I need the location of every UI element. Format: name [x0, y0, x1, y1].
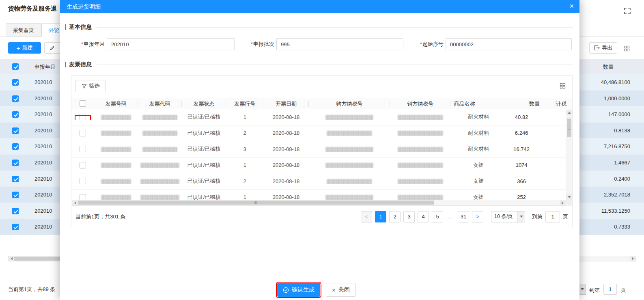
- row-checkbox[interactable]: [80, 114, 86, 120]
- cell-quantity: 11,533.1250: [601, 203, 630, 219]
- goto-page-input[interactable]: [603, 284, 617, 295]
- column-settings-icon[interactable]: [560, 83, 566, 89]
- cell-declare-month: 202010: [34, 203, 52, 219]
- column-header-invoice-code: 发票代码: [138, 98, 182, 109]
- horizontal-scrollbar[interactable]: [72, 200, 566, 206]
- row-checkbox[interactable]: [12, 111, 19, 118]
- row-checkbox[interactable]: [80, 146, 86, 152]
- cell-issue-date: 2020-08-18: [263, 162, 309, 168]
- checkbox-cell: [71, 130, 94, 136]
- column-header-issue-date: 开票日期: [263, 98, 309, 109]
- cell-invoice-number: [94, 178, 138, 184]
- cell-invoice-number: [94, 162, 138, 168]
- declare-month-input[interactable]: [107, 38, 235, 50]
- header-checkbox-cell: [71, 98, 94, 109]
- redacted-invoice-code: [140, 163, 179, 168]
- section-invoice-info: 发票信息: [65, 61, 573, 68]
- scroll-left-arrow[interactable]: [72, 200, 78, 205]
- pagination-page-1[interactable]: 1: [375, 211, 386, 222]
- row-checkbox[interactable]: [12, 176, 19, 182]
- cell-invoice-code: [138, 146, 182, 152]
- goto-page-input[interactable]: [545, 211, 560, 222]
- cell-buyer-tax-no: [309, 178, 390, 184]
- vertical-scrollbar[interactable]: [566, 110, 572, 200]
- pagination-page-3[interactable]: 3: [403, 211, 415, 222]
- redacted-invoice-code: [140, 195, 179, 200]
- cell-invoice-code: [138, 130, 182, 136]
- section-divider: [97, 27, 573, 28]
- cell-invoice-status: 已认证/已稽核: [182, 162, 226, 169]
- cell-invoice-code: [138, 114, 182, 120]
- cell-buyer-tax-no: [309, 114, 390, 120]
- record-summary: 当前第1页，共89 条: [8, 286, 55, 293]
- cell-invoice-line: 1: [226, 194, 263, 200]
- row-checkbox[interactable]: [12, 95, 19, 102]
- select-all-checkbox[interactable]: [80, 100, 86, 107]
- row-checkbox[interactable]: [12, 192, 19, 198]
- confirm-generate-button[interactable]: 确认生成: [277, 283, 320, 297]
- select-all-checkbox[interactable]: [12, 63, 19, 70]
- scroll-left-arrow[interactable]: [9, 256, 14, 261]
- invoice-table-body: 已认证/已稽核 1 2020-08-18 耐火材料 40.82 已认证/已稽核 …: [71, 109, 572, 200]
- row-checkbox[interactable]: [80, 194, 86, 200]
- row-checkbox[interactable]: [80, 130, 86, 136]
- scrollbar-thumb[interactable]: [78, 201, 434, 205]
- redacted-buyer-tax-no: [327, 131, 372, 136]
- row-checkbox[interactable]: [80, 162, 86, 168]
- section-title: 基本信息: [69, 24, 92, 31]
- cell-invoice-line: 3: [226, 146, 263, 152]
- invoice-row: 已认证/已稽核 3 2020-08-18 耐火材料 16.742: [71, 141, 572, 158]
- filter-button-label: 筛选: [89, 82, 100, 90]
- pagination-page-2[interactable]: 2: [389, 211, 401, 222]
- export-button[interactable]: 导出: [589, 42, 617, 54]
- cell-seller-tax-no: [390, 146, 451, 152]
- goto-page-label: 到第: [589, 287, 600, 294]
- pagination-prev[interactable]: <: [361, 211, 372, 222]
- column-header-invoice-status: 发票状态: [182, 98, 226, 109]
- start-serial-input[interactable]: [446, 38, 572, 50]
- redacted-invoice-number: [101, 195, 131, 200]
- fullscreen-icon[interactable]: [622, 6, 632, 16]
- page-size-select[interactable]: 10 条/页: [491, 211, 525, 222]
- redacted-invoice-code: [142, 131, 177, 136]
- row-checkbox[interactable]: [12, 160, 19, 166]
- section-basic-info: 基本信息: [65, 24, 573, 30]
- field-start-serial: *起始序号: [420, 38, 572, 50]
- row-checkbox[interactable]: [12, 127, 19, 134]
- cell-invoice-code: [138, 178, 182, 184]
- pagination-next[interactable]: >: [472, 211, 483, 222]
- pagination-page-5[interactable]: 5: [432, 211, 443, 222]
- row-checkbox[interactable]: [12, 224, 19, 230]
- row-checkbox[interactable]: [12, 143, 19, 150]
- invoice-table-header: 发票号码 发票代码 发票状态 发票行号 开票日期 购方纳税号 销方纳税号 商品名…: [71, 98, 572, 109]
- row-checkbox[interactable]: [80, 178, 86, 184]
- cell-quantity: 40.82: [503, 114, 556, 120]
- scroll-right-arrow[interactable]: [560, 200, 565, 205]
- cell-declare-month: 202010: [34, 219, 52, 235]
- scroll-down-arrow[interactable]: [566, 194, 572, 200]
- cell-declare-month: 202010: [34, 123, 52, 139]
- column-header-product-name: 商品名称: [450, 98, 503, 109]
- scrollbar-thumb[interactable]: [567, 119, 571, 137]
- pagination-page-4[interactable]: 4: [418, 211, 429, 222]
- column-header-buyer-tax-no: 购方纳税号: [309, 98, 390, 109]
- close-icon[interactable]: ×: [569, 0, 574, 12]
- row-checkbox[interactable]: [12, 79, 19, 86]
- pencil-icon: [50, 45, 55, 51]
- cell-product-name: 女裙: [450, 177, 503, 185]
- invoice-table-footer: 当前第1页，共301 条 < 1 2 3 4 5 ... 31 > 10 条/页…: [71, 206, 572, 227]
- pagination-page-31[interactable]: 31: [458, 211, 469, 222]
- scroll-up-arrow[interactable]: [566, 110, 572, 115]
- row-checkbox[interactable]: [12, 208, 19, 214]
- filter-button[interactable]: 筛选: [75, 80, 106, 92]
- checkbox-cell: [71, 194, 94, 200]
- field-label: *申报年月: [81, 41, 105, 48]
- declare-batch-input[interactable]: [276, 38, 403, 50]
- close-button[interactable]: × 关闭: [326, 283, 356, 297]
- new-button[interactable]: + 新建: [8, 42, 41, 54]
- goto-page-unit: 页: [563, 213, 568, 220]
- tab-collection-home[interactable]: 采集首页: [6, 23, 41, 37]
- column-header-declare-month: 申报年月: [34, 59, 56, 74]
- column-settings-icon[interactable]: [622, 43, 631, 53]
- scroll-right-arrow[interactable]: [630, 256, 635, 261]
